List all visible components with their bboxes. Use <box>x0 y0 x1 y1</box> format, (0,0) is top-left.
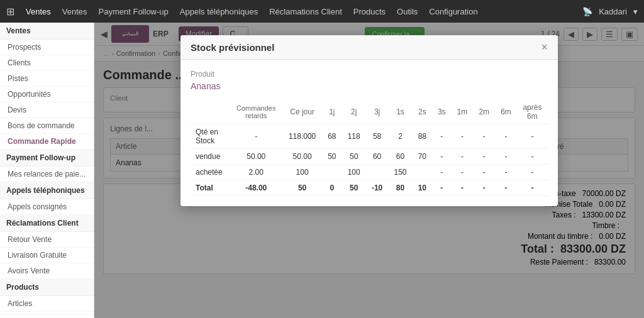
th-2m: 2m <box>473 100 495 124</box>
cell-total-6m: - <box>495 180 517 196</box>
modal-title: Stock prévisionnel <box>191 42 274 53</box>
cell-qte-2s: 88 <box>413 124 432 149</box>
user-dropdown-icon[interactable]: ▾ <box>633 7 638 16</box>
sidebar-item-appels-consignes[interactable]: Appels consignés <box>0 199 94 215</box>
stock-table-header-row: Commandesretards Ce jour 1j 2j 3j 1s 2s … <box>191 100 548 124</box>
cell-total-2s: 10 <box>413 180 432 196</box>
cell-vendue-2m: - <box>473 149 495 165</box>
cell-vendue-apres: - <box>517 149 548 165</box>
cell-achetee-apres: - <box>517 165 548 180</box>
nav-ventes-1[interactable]: Ventes <box>26 7 51 16</box>
sidebar-section-ventes: Ventes <box>0 23 94 40</box>
cell-achetee-2m: - <box>473 165 495 180</box>
cell-qte-1s: 2 <box>388 124 412 149</box>
sidebar-item-retour-vente[interactable]: Retour Vente <box>0 232 94 248</box>
cell-vendue-2j: 50 <box>341 149 365 165</box>
cell-achetee-1j <box>322 165 341 180</box>
cell-vendue-2s: 70 <box>413 149 432 165</box>
th-1s: 1s <box>388 100 412 124</box>
cell-achetee-3j <box>366 165 389 180</box>
cell-achetee-2j: 100 <box>341 165 365 180</box>
th-3s: 3s <box>432 100 452 124</box>
cell-qte-3s: - <box>432 124 452 149</box>
cell-qte-3j: 58 <box>366 124 389 149</box>
cell-achetee-2s <box>413 165 432 180</box>
stock-previsionnel-modal: Stock prévisionnel × Produit Ananas Comm… <box>180 35 558 206</box>
sidebar-section-appels: Appels téléphoniques <box>0 182 94 199</box>
modal-overlay: Stock prévisionnel × Produit Ananas Comm… <box>94 23 644 318</box>
th-1m: 1m <box>452 100 474 124</box>
cell-total-1m: - <box>452 180 474 196</box>
sidebar-item-clients[interactable]: Clients <box>0 55 94 71</box>
sidebar-section-products: Products <box>0 279 94 296</box>
nav-products[interactable]: Products <box>353 7 386 16</box>
nav-reclamations[interactable]: Réclamations Client <box>269 7 342 16</box>
cell-vendue-6m: - <box>495 149 517 165</box>
signal-icon: 📡 <box>582 7 592 16</box>
nav-payment-followup[interactable]: Payment Follow-up <box>99 7 169 16</box>
footer-text: Fourni par Insidjam <box>0 314 94 318</box>
th-2s: 2s <box>413 100 432 124</box>
cell-total-3s: - <box>432 180 452 196</box>
th-apres-6m: après6m <box>517 100 548 124</box>
cell-qte-1j: 68 <box>322 124 341 149</box>
top-nav-right: 📡 Kaddari ▾ <box>582 7 638 16</box>
stock-row-vendue: vendue 50.00 50.00 50 50 60 60 70 - - - <box>191 149 548 165</box>
sidebar-item-commande-rapide[interactable]: Commande Rapide <box>0 134 94 150</box>
sidebar-section-reclamations: Réclamations Client <box>0 215 94 232</box>
th-empty <box>191 100 230 124</box>
modal-body: Produit Ananas Commandesretards Ce jour … <box>180 60 558 206</box>
cell-total-retards: -48.00 <box>230 180 282 196</box>
cell-qte-1m: - <box>452 124 474 149</box>
sidebar-item-articles[interactable]: Articles <box>0 296 94 312</box>
nav-outils[interactable]: Outils <box>397 7 418 16</box>
cell-qte-2j: 118 <box>341 124 365 149</box>
sidebar-section-payment: Payment Follow-up <box>0 150 94 167</box>
sidebar-item-devis[interactable]: Devis <box>0 102 94 118</box>
cell-achetee-cejour: 100 <box>282 165 322 180</box>
th-commandes-retards: Commandesretards <box>230 100 282 124</box>
cell-vendue-retards: 50.00 <box>230 149 282 165</box>
nav-appels[interactable]: Appels téléphoniques <box>180 7 258 16</box>
cell-total-cejour: 50 <box>282 180 322 196</box>
nav-ventes-2[interactable]: Ventes <box>62 7 87 16</box>
cell-achetee-1s: 150 <box>388 165 412 180</box>
nav-configuration[interactable]: Configuration <box>429 7 477 16</box>
th-6m: 6m <box>495 100 517 124</box>
user-name[interactable]: Kaddari <box>599 7 627 16</box>
product-label: Produit <box>191 70 548 79</box>
row-label-qte: Qté enStock <box>191 124 230 149</box>
sidebar-item-bons-commande[interactable]: Bons de commande <box>0 118 94 134</box>
cell-vendue-cejour: 50.00 <box>282 149 322 165</box>
stock-row-total: Total -48.00 50 0 50 -10 80 10 - - - <box>191 180 548 196</box>
row-label-vendue: vendue <box>191 149 230 165</box>
cell-total-2m: - <box>473 180 495 196</box>
modal-close-button[interactable]: × <box>541 41 548 53</box>
cell-vendue-3j: 60 <box>366 149 389 165</box>
modal-header: Stock prévisionnel × <box>180 35 558 60</box>
cell-qte-cejour: 118.000 <box>282 124 322 149</box>
cell-total-1j: 0 <box>322 180 341 196</box>
sidebar-item-avoirs-vente[interactable]: Avoirs Vente <box>0 263 94 279</box>
apps-icon[interactable]: ⊞ <box>6 6 14 18</box>
cell-total-2j: 50 <box>341 180 365 196</box>
cell-vendue-3s: - <box>432 149 452 165</box>
sidebar-item-relances[interactable]: Mes relances de paie... <box>0 167 94 182</box>
stock-table: Commandesretards Ce jour 1j 2j 3j 1s 2s … <box>191 100 548 196</box>
cell-achetee-3s: - <box>432 165 452 180</box>
th-3j: 3j <box>366 100 389 124</box>
stock-row-qte: Qté enStock - 118.000 68 118 58 2 88 - - <box>191 124 548 149</box>
sidebar-item-pistes[interactable]: Pistes <box>0 71 94 87</box>
cell-qte-retards: - <box>230 124 282 149</box>
row-label-achetee: achetée <box>191 165 230 180</box>
sidebar-item-opportunites[interactable]: Opportunités <box>0 87 94 102</box>
cell-total-3j: -10 <box>366 180 389 196</box>
cell-vendue-1j: 50 <box>322 149 341 165</box>
cell-vendue-1m: - <box>452 149 474 165</box>
cell-qte-6m: - <box>495 124 517 149</box>
cell-achetee-retards: 2.00 <box>230 165 282 180</box>
sidebar-item-prospects[interactable]: Prospects <box>0 40 94 55</box>
sidebar: Ventes Prospects Clients Pistes Opportun… <box>0 23 94 318</box>
sidebar-item-livraison-gratuite[interactable]: Livraison Gratuite <box>0 248 94 263</box>
cell-achetee-6m: - <box>495 165 517 180</box>
